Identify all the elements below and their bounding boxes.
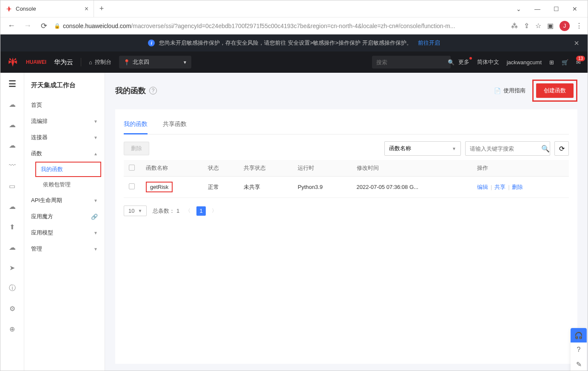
row-actions: 编辑| 共享| 删除 [472,177,569,198]
doc-icon: 📄 [494,88,501,94]
chevron-down-icon: ▼ [94,135,98,140]
enterprise-icon[interactable]: ⊞ [549,59,554,66]
maximize-icon[interactable]: ☐ [551,6,561,12]
keyword-search[interactable]: 🔍 [465,141,550,156]
chevron-down-icon: ▼ [183,60,187,65]
rail-cloud2-icon[interactable]: ☁ [7,120,17,130]
sidebar-item-my-functions[interactable]: 我的函数 [35,162,101,177]
bookmark-icon[interactable]: ☆ [535,22,541,30]
translate-icon[interactable]: ⁂ [511,22,518,30]
profile-avatar[interactable]: J [560,21,570,31]
rail-cloud3-icon[interactable]: ☁ [7,140,17,150]
sidebar: 开天集成工作台 首页 流编排▼ 连接器▼ 函数▲ 我的函数 依赖包管理 API生… [24,73,105,371]
sidebar-item-app-cube[interactable]: 应用魔方🔗 [24,208,105,225]
search-input[interactable] [376,59,448,66]
minimize-icon[interactable]: — [532,6,543,12]
sidebar-item-flow[interactable]: 流编排▼ [24,113,105,129]
cart-icon[interactable]: 🛒 [562,59,568,66]
rail-cloud-icon[interactable]: ☁ [7,99,17,109]
help-circle-icon[interactable]: ? [571,342,587,357]
notice-link[interactable]: 前往开启 [418,39,440,47]
next-page-icon[interactable]: 〉 [212,207,217,214]
function-name-link[interactable]: getRisk [146,182,173,192]
notice-close-icon[interactable]: × [574,38,579,48]
tab-title: Console [16,6,81,12]
help-icon[interactable]: ? [149,87,157,94]
chevron-up-icon: ▲ [94,151,98,156]
col-runtime: 运行时 [293,160,351,177]
rail-upload-icon[interactable]: ⬆ [7,222,17,232]
row-checkbox[interactable] [129,183,135,189]
chevron-down-icon: ▼ [94,247,98,251]
rail-ip-icon[interactable]: ⓘ [7,283,17,293]
rail-cloud4-icon[interactable]: ☁ [7,201,17,211]
address-bar[interactable]: 🔒 console.huaweicloud.com/macroverse/ssi… [54,23,507,29]
sidebar-item-home[interactable]: 首页 [24,97,105,113]
search-icon[interactable]: 🔍 [541,145,550,153]
prev-page-icon[interactable]: 〈 [185,207,190,214]
search-icon[interactable]: 🔍 [448,59,454,66]
action-share[interactable]: 共享 [494,184,506,190]
content-panel: 我的函数 共享函数 删除 函数名称 ▼ 🔍 ⟳ [115,109,577,364]
select-all-checkbox[interactable] [129,165,135,171]
back-icon[interactable]: ← [6,21,17,30]
delete-button[interactable]: 删除 [124,142,149,155]
sidebar-item-connector[interactable]: 连接器▼ [24,129,105,146]
rail-cloud5-icon[interactable]: ☁ [7,242,17,252]
create-function-button[interactable]: 创建函数 [536,83,574,98]
row-modify-time: 2022-07-05 07:36:08 G... [352,177,472,198]
support-headset-icon[interactable]: 🎧 [571,328,587,342]
sidebar-item-dependencies[interactable]: 依赖包管理 [36,177,105,192]
sidebar-item-function[interactable]: 函数▲ [24,146,105,162]
sidebar-item-api-lifecycle[interactable]: API生命周期▼ [24,192,105,208]
tab-shared-functions[interactable]: 共享函数 [163,117,187,134]
chevron-down-icon: ▼ [94,119,98,124]
messages-icon[interactable]: ✉ 13 [576,59,581,66]
feedback-icon[interactable]: ✎ [571,357,587,371]
content-area: ☰ ☁ ☁ ☁ 〰 ▭ ☁ ⬆ ☁ ➤ ⓘ ⚙ ⊕ 开天集成工作台 首页 流编排… [0,73,588,371]
sidebar-item-app-model[interactable]: 应用模型▼ [24,225,105,241]
usage-guide-link[interactable]: 📄 使用指南 [494,87,526,94]
language-selector[interactable]: 简体中文 [477,58,499,66]
forward-icon[interactable]: → [22,21,34,30]
region-selector[interactable]: 📍 北京四 ▼ [119,56,191,68]
logo-text: HUAWEI [26,59,46,65]
rail-cluster-icon[interactable]: ⚙ [7,303,17,314]
refresh-icon: ⟳ [559,145,565,153]
menu-toggle-icon[interactable]: ☰ [7,79,17,89]
share-icon[interactable]: ⇪ [524,22,529,30]
reload-icon[interactable]: ⟳ [38,21,50,31]
floating-toolbar: 🎧 ? ✎ ☺ [571,328,587,371]
message-count-badge: 13 [576,56,585,61]
sidebar-item-management[interactable]: 管理▼ [24,241,105,257]
pagination: 10 ▼ 总条数： 1 〈 1 〉 [124,205,569,216]
more-menu[interactable]: 更多 [458,58,469,66]
action-delete[interactable]: 删除 [512,184,523,190]
current-page[interactable]: 1 [196,206,206,216]
rail-send-icon[interactable]: ➤ [7,263,17,273]
region-name: 北京四 [133,58,149,66]
kebab-menu-icon[interactable]: ⋮ [576,22,582,30]
username-display[interactable]: jackwangcumt [507,59,542,66]
filter-field-select[interactable]: 函数名称 ▼ [384,141,461,156]
search-input[interactable] [470,146,541,152]
refresh-button[interactable]: ⟳ [554,141,569,156]
rail-wave-icon[interactable]: 〰 [7,160,17,171]
rail-device-icon[interactable]: ▭ [7,181,17,191]
huawei-favicon [6,6,12,12]
close-icon[interactable]: ✕ [570,6,580,12]
tab-my-functions[interactable]: 我的函数 [124,117,148,134]
browser-tab[interactable]: Console × [0,0,94,17]
extensions-icon[interactable]: ▣ [547,22,554,30]
action-edit[interactable]: 编辑 [477,184,488,190]
huawei-logo-icon [7,57,18,68]
global-search[interactable]: 🔍 [372,56,451,68]
page-size-select[interactable]: 10 ▼ [124,205,147,216]
console-home-link[interactable]: ⌂ 控制台 [89,58,111,66]
global-topnav: HUAWEI 华为云 ⌂ 控制台 📍 北京四 ▼ 🔍 更多 简体中文 jackw… [0,51,588,73]
window-dropdown-icon[interactable]: ⌄ [514,6,524,12]
rail-globe-icon[interactable]: ⊕ [7,324,17,334]
tab-close-icon[interactable]: × [85,5,88,13]
page-title: 我的函数 [115,86,146,96]
new-tab-button[interactable]: + [94,4,109,13]
